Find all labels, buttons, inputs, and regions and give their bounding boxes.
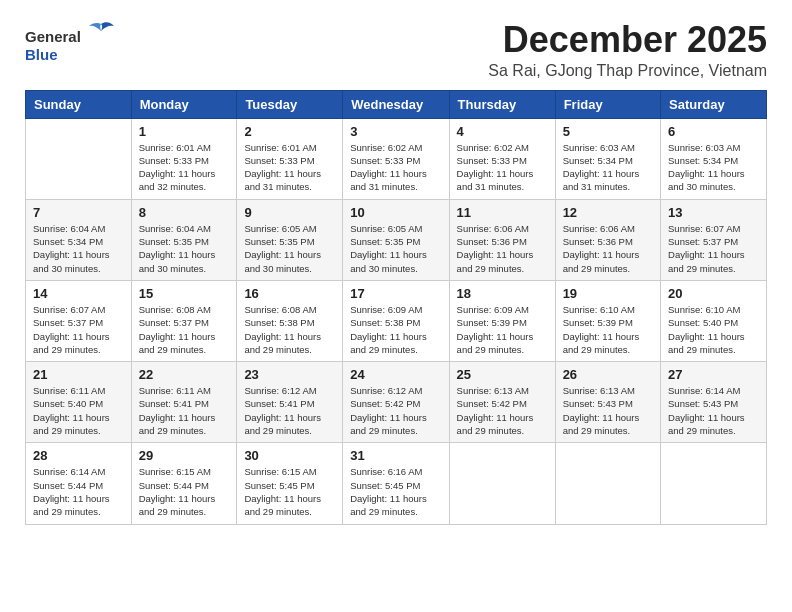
day-info: Sunrise: 6:12 AM Sunset: 5:42 PM Dayligh… xyxy=(350,384,441,437)
day-number: 17 xyxy=(350,286,441,301)
day-number: 23 xyxy=(244,367,335,382)
day-number: 11 xyxy=(457,205,548,220)
day-info: Sunrise: 6:04 AM Sunset: 5:34 PM Dayligh… xyxy=(33,222,124,275)
calendar-cell: 22Sunrise: 6:11 AM Sunset: 5:41 PM Dayli… xyxy=(131,362,237,443)
calendar-week-row: 14Sunrise: 6:07 AM Sunset: 5:37 PM Dayli… xyxy=(26,280,767,361)
day-number: 16 xyxy=(244,286,335,301)
day-info: Sunrise: 6:06 AM Sunset: 5:36 PM Dayligh… xyxy=(457,222,548,275)
day-info: Sunrise: 6:05 AM Sunset: 5:35 PM Dayligh… xyxy=(350,222,441,275)
day-number: 30 xyxy=(244,448,335,463)
calendar-cell: 16Sunrise: 6:08 AM Sunset: 5:38 PM Dayli… xyxy=(237,280,343,361)
calendar-cell: 21Sunrise: 6:11 AM Sunset: 5:40 PM Dayli… xyxy=(26,362,132,443)
day-info: Sunrise: 6:09 AM Sunset: 5:38 PM Dayligh… xyxy=(350,303,441,356)
day-number: 15 xyxy=(139,286,230,301)
day-number: 25 xyxy=(457,367,548,382)
day-number: 5 xyxy=(563,124,653,139)
day-number: 31 xyxy=(350,448,441,463)
day-info: Sunrise: 6:10 AM Sunset: 5:40 PM Dayligh… xyxy=(668,303,759,356)
location-subtitle: Sa Rai, GJong Thap Province, Vietnam xyxy=(488,62,767,80)
day-number: 10 xyxy=(350,205,441,220)
calendar-cell: 25Sunrise: 6:13 AM Sunset: 5:42 PM Dayli… xyxy=(449,362,555,443)
day-number: 6 xyxy=(668,124,759,139)
day-info: Sunrise: 6:13 AM Sunset: 5:43 PM Dayligh… xyxy=(563,384,653,437)
day-info: Sunrise: 6:03 AM Sunset: 5:34 PM Dayligh… xyxy=(668,141,759,194)
weekday-header-sunday: Sunday xyxy=(26,90,132,118)
day-number: 1 xyxy=(139,124,230,139)
logo-bird-icon xyxy=(87,20,115,42)
calendar-cell: 24Sunrise: 6:12 AM Sunset: 5:42 PM Dayli… xyxy=(343,362,449,443)
calendar-cell: 14Sunrise: 6:07 AM Sunset: 5:37 PM Dayli… xyxy=(26,280,132,361)
day-info: Sunrise: 6:08 AM Sunset: 5:37 PM Dayligh… xyxy=(139,303,230,356)
day-info: Sunrise: 6:02 AM Sunset: 5:33 PM Dayligh… xyxy=(350,141,441,194)
day-number: 27 xyxy=(668,367,759,382)
logo-text: General Blue xyxy=(25,20,115,63)
calendar-cell: 4Sunrise: 6:02 AM Sunset: 5:33 PM Daylig… xyxy=(449,118,555,199)
calendar-cell xyxy=(661,443,767,524)
calendar-cell xyxy=(555,443,660,524)
calendar-cell: 8Sunrise: 6:04 AM Sunset: 5:35 PM Daylig… xyxy=(131,199,237,280)
logo-blue-text: Blue xyxy=(25,46,115,63)
month-title: December 2025 xyxy=(488,20,767,60)
weekday-header-thursday: Thursday xyxy=(449,90,555,118)
day-number: 9 xyxy=(244,205,335,220)
day-info: Sunrise: 6:05 AM Sunset: 5:35 PM Dayligh… xyxy=(244,222,335,275)
day-number: 21 xyxy=(33,367,124,382)
calendar-cell: 30Sunrise: 6:15 AM Sunset: 5:45 PM Dayli… xyxy=(237,443,343,524)
calendar-cell: 6Sunrise: 6:03 AM Sunset: 5:34 PM Daylig… xyxy=(661,118,767,199)
calendar-cell: 11Sunrise: 6:06 AM Sunset: 5:36 PM Dayli… xyxy=(449,199,555,280)
day-number: 28 xyxy=(33,448,124,463)
day-number: 20 xyxy=(668,286,759,301)
day-info: Sunrise: 6:07 AM Sunset: 5:37 PM Dayligh… xyxy=(668,222,759,275)
calendar-cell: 5Sunrise: 6:03 AM Sunset: 5:34 PM Daylig… xyxy=(555,118,660,199)
day-info: Sunrise: 6:11 AM Sunset: 5:41 PM Dayligh… xyxy=(139,384,230,437)
calendar-week-row: 7Sunrise: 6:04 AM Sunset: 5:34 PM Daylig… xyxy=(26,199,767,280)
day-number: 14 xyxy=(33,286,124,301)
calendar-cell: 15Sunrise: 6:08 AM Sunset: 5:37 PM Dayli… xyxy=(131,280,237,361)
calendar-cell: 20Sunrise: 6:10 AM Sunset: 5:40 PM Dayli… xyxy=(661,280,767,361)
day-number: 26 xyxy=(563,367,653,382)
calendar-cell xyxy=(26,118,132,199)
day-number: 18 xyxy=(457,286,548,301)
day-info: Sunrise: 6:15 AM Sunset: 5:44 PM Dayligh… xyxy=(139,465,230,518)
day-number: 8 xyxy=(139,205,230,220)
day-info: Sunrise: 6:09 AM Sunset: 5:39 PM Dayligh… xyxy=(457,303,548,356)
logo-general-text: General xyxy=(25,28,81,45)
calendar-week-row: 1Sunrise: 6:01 AM Sunset: 5:33 PM Daylig… xyxy=(26,118,767,199)
calendar-cell: 31Sunrise: 6:16 AM Sunset: 5:45 PM Dayli… xyxy=(343,443,449,524)
calendar-header-row: SundayMondayTuesdayWednesdayThursdayFrid… xyxy=(26,90,767,118)
day-info: Sunrise: 6:04 AM Sunset: 5:35 PM Dayligh… xyxy=(139,222,230,275)
calendar-cell: 13Sunrise: 6:07 AM Sunset: 5:37 PM Dayli… xyxy=(661,199,767,280)
day-info: Sunrise: 6:02 AM Sunset: 5:33 PM Dayligh… xyxy=(457,141,548,194)
day-info: Sunrise: 6:07 AM Sunset: 5:37 PM Dayligh… xyxy=(33,303,124,356)
day-info: Sunrise: 6:08 AM Sunset: 5:38 PM Dayligh… xyxy=(244,303,335,356)
day-info: Sunrise: 6:15 AM Sunset: 5:45 PM Dayligh… xyxy=(244,465,335,518)
day-info: Sunrise: 6:12 AM Sunset: 5:41 PM Dayligh… xyxy=(244,384,335,437)
day-number: 13 xyxy=(668,205,759,220)
day-number: 4 xyxy=(457,124,548,139)
logo: General Blue xyxy=(25,20,115,63)
day-info: Sunrise: 6:01 AM Sunset: 5:33 PM Dayligh… xyxy=(244,141,335,194)
day-number: 29 xyxy=(139,448,230,463)
day-info: Sunrise: 6:01 AM Sunset: 5:33 PM Dayligh… xyxy=(139,141,230,194)
calendar-cell: 27Sunrise: 6:14 AM Sunset: 5:43 PM Dayli… xyxy=(661,362,767,443)
calendar-cell: 29Sunrise: 6:15 AM Sunset: 5:44 PM Dayli… xyxy=(131,443,237,524)
calendar-cell: 26Sunrise: 6:13 AM Sunset: 5:43 PM Dayli… xyxy=(555,362,660,443)
weekday-header-wednesday: Wednesday xyxy=(343,90,449,118)
day-info: Sunrise: 6:14 AM Sunset: 5:43 PM Dayligh… xyxy=(668,384,759,437)
page-header: General Blue December 2025 Sa Rai, GJong… xyxy=(25,20,767,80)
calendar-cell: 7Sunrise: 6:04 AM Sunset: 5:34 PM Daylig… xyxy=(26,199,132,280)
day-info: Sunrise: 6:13 AM Sunset: 5:42 PM Dayligh… xyxy=(457,384,548,437)
calendar-cell: 3Sunrise: 6:02 AM Sunset: 5:33 PM Daylig… xyxy=(343,118,449,199)
weekday-header-saturday: Saturday xyxy=(661,90,767,118)
day-number: 3 xyxy=(350,124,441,139)
day-info: Sunrise: 6:14 AM Sunset: 5:44 PM Dayligh… xyxy=(33,465,124,518)
calendar-cell: 9Sunrise: 6:05 AM Sunset: 5:35 PM Daylig… xyxy=(237,199,343,280)
calendar-cell: 18Sunrise: 6:09 AM Sunset: 5:39 PM Dayli… xyxy=(449,280,555,361)
calendar-cell: 10Sunrise: 6:05 AM Sunset: 5:35 PM Dayli… xyxy=(343,199,449,280)
weekday-header-friday: Friday xyxy=(555,90,660,118)
day-info: Sunrise: 6:03 AM Sunset: 5:34 PM Dayligh… xyxy=(563,141,653,194)
day-number: 7 xyxy=(33,205,124,220)
day-number: 24 xyxy=(350,367,441,382)
day-info: Sunrise: 6:11 AM Sunset: 5:40 PM Dayligh… xyxy=(33,384,124,437)
weekday-header-tuesday: Tuesday xyxy=(237,90,343,118)
